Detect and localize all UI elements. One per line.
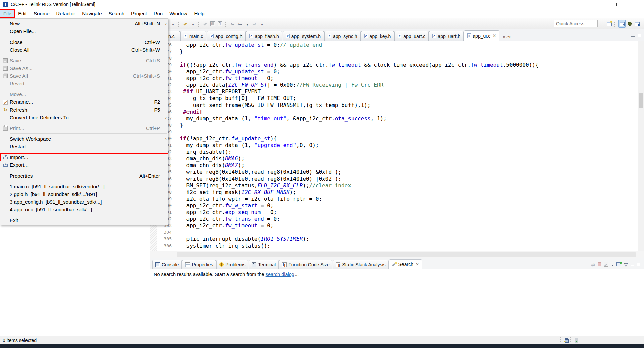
telink-perspective-button[interactable]: P xyxy=(634,20,640,27)
window-close-button[interactable] xyxy=(625,0,644,9)
minimize-view-icon xyxy=(631,36,635,37)
terminate-button[interactable] xyxy=(598,261,601,267)
menu-search[interactable]: Search xyxy=(105,10,128,17)
line-number: 304 xyxy=(157,229,172,236)
dropdown-arrow-button[interactable]: ▾ xyxy=(190,20,196,27)
run-search-button[interactable]: ⇄ xyxy=(591,261,595,267)
vertical-scrollbar-thumb[interactable] xyxy=(639,93,643,108)
menu-item-restart[interactable]: Restart xyxy=(0,143,168,150)
editor-tab-n-c[interactable]: n.c xyxy=(168,31,180,41)
menu-item-1-main-c-b91-ll-soundbar-sdk-vendor[interactable]: 1 main.c [b91_ll_soundbar_sdk/vendor/...… xyxy=(0,183,168,190)
menu-item-properties[interactable]: PropertiesAlt+Enter xyxy=(0,172,168,180)
editor-tab-app-sync-h[interactable]: capp_sync.h xyxy=(324,31,361,41)
menu-help[interactable]: Help xyxy=(191,10,208,17)
dropdown-arrow-button[interactable]: ▾ xyxy=(611,261,614,267)
status-bar: 0 items selected xyxy=(0,336,644,344)
dropdown-arrow-button[interactable]: ▾ xyxy=(244,20,251,27)
pin-view-button[interactable] xyxy=(616,261,621,267)
view-tab-properties[interactable]: Properties xyxy=(182,260,216,269)
bottom-view-toolbar: ⇄▾▽ xyxy=(591,261,640,267)
view-tab-close-icon[interactable]: ✕ xyxy=(416,262,419,267)
status-trim-icons xyxy=(559,337,578,343)
menu-run[interactable]: Run xyxy=(150,10,166,17)
menu-item-import[interactable]: Import... xyxy=(0,153,168,161)
maximize-editor-button[interactable] xyxy=(638,32,641,38)
horizontal-scrollbar[interactable] xyxy=(150,251,644,258)
code-editor[interactable]: 2762772782792802812822832842852862872882… xyxy=(150,41,644,251)
horizontal-scrollbar-thumb[interactable] xyxy=(177,252,636,257)
view-tab-terminal[interactable]: Terminal xyxy=(249,260,279,269)
show-source-button[interactable]: ▤ xyxy=(209,20,216,27)
show-whitespace-button[interactable]: ¶ xyxy=(217,20,223,27)
last-edit-location-button[interactable]: ⇦ xyxy=(229,20,236,27)
open-perspective-button[interactable] xyxy=(606,20,612,27)
menu-item-shortcut: Alt+Enter xyxy=(139,173,162,179)
menu-item-close[interactable]: CloseCtrl+W xyxy=(0,38,168,46)
tab-label: app_flash.h xyxy=(255,33,279,39)
title-bar: T C/C++ - Telink RDS Version [TelinkSemi… xyxy=(0,0,644,9)
menu-item-exit[interactable]: Exit xyxy=(0,216,168,224)
menu-item-label: Restart xyxy=(10,144,26,149)
view-menu-button[interactable]: ▽ xyxy=(624,261,628,267)
menu-project[interactable]: Project xyxy=(128,10,150,17)
back-button[interactable]: ⇦ xyxy=(236,20,243,27)
editor-tab-main-c[interactable]: cmain.c xyxy=(180,31,206,41)
highlight-pen-button[interactable] xyxy=(182,20,189,27)
menu-item-open-file[interactable]: Open File... xyxy=(0,27,168,35)
menu-item-3-app-config-h-b91-ll-soundbar-sdk[interactable]: 3 app_config.h [b91_ll_soundbar_sdk/...] xyxy=(0,198,168,206)
tab-overflow-indicator[interactable]: »39 xyxy=(502,31,510,41)
editor-tab-app-config-h[interactable]: capp_config.h xyxy=(207,31,246,41)
dropdown-arrow-button[interactable]: ▾ xyxy=(170,20,176,27)
edit-search-button[interactable] xyxy=(604,261,608,267)
dropdown-arrow-button[interactable]: ▾ xyxy=(259,20,265,27)
menu-window[interactable]: Window xyxy=(166,10,191,17)
view-tab-function-code-size[interactable]: Function Code Size xyxy=(279,260,332,269)
code-area[interactable]: app_i2c_ctr.fw_update_st = 0;// update e… xyxy=(173,42,637,251)
view-tab-search[interactable]: Search✕ xyxy=(389,259,422,269)
menu-item-4-app-ui-c-b91-ll-soundbar-sdk[interactable]: 4 app_ui.c [b91_ll_soundbar_sdk/...] xyxy=(0,206,168,213)
mark-occurrences-button[interactable] xyxy=(202,20,209,27)
debug-perspective-button[interactable] xyxy=(626,20,633,27)
forward-button[interactable]: ⇨ xyxy=(251,20,258,27)
minimize-editor-button[interactable] xyxy=(631,32,635,38)
menu-item-rename[interactable]: Rename...F2 xyxy=(0,98,168,106)
editor-tab-app-system-h[interactable]: capp_system.h xyxy=(283,31,324,41)
menu-item-close-all[interactable]: Close AllCtrl+Shift+W xyxy=(0,46,168,54)
quick-access-input[interactable] xyxy=(554,20,598,27)
editor-tab-app-uart-c[interactable]: capp_uart.c xyxy=(394,31,429,41)
window-minimize-button[interactable] xyxy=(586,0,605,9)
tab-label: app_uart.h xyxy=(438,33,460,39)
view-tab-console[interactable]: Console xyxy=(152,260,182,269)
editor-tab-app-uart-h[interactable]: capp_uart.h xyxy=(429,31,464,41)
menu-item-2-gpio-h-b91-ll-soundbar-sdk-b91[interactable]: 2 gpio.h [b91_ll_soundbar_sdk/.../B91] xyxy=(0,190,168,198)
menu-item-convert-line-delimiters-to[interactable]: Convert Line Delimiters To› xyxy=(0,114,168,121)
tab-close-icon[interactable]: ✕ xyxy=(493,33,496,38)
menu-refactor[interactable]: Refactor xyxy=(53,10,79,17)
search-dialog-link[interactable]: search dialog xyxy=(266,272,294,277)
menu-separator xyxy=(10,170,167,170)
vertical-scrollbar[interactable] xyxy=(638,41,644,251)
menu-navigate[interactable]: Navigate xyxy=(78,10,105,17)
submenu-arrow-icon: › xyxy=(162,115,167,120)
chevron-overflow-icon: » xyxy=(502,34,506,39)
menu-item-export[interactable]: Export... xyxy=(0,161,168,169)
menu-item-label: Exit xyxy=(10,217,18,223)
maximize-view-button[interactable] xyxy=(637,261,640,267)
editor-tab-app-flash-h[interactable]: capp_flash.h xyxy=(246,31,282,41)
menu-item-refresh[interactable]: ↻RefreshF5 xyxy=(0,106,168,114)
view-tab-problems[interactable]: !Problems xyxy=(216,260,248,269)
cpp-perspective-button[interactable]: C xyxy=(618,20,626,28)
editor-tab-app-ui-c[interactable]: capp_ui.c✕ xyxy=(464,30,499,41)
menu-edit[interactable]: Edit xyxy=(15,10,30,17)
menu-source[interactable]: Source xyxy=(30,10,53,17)
code-line: app_i2c_ctr.exp_seq_num = 0; xyxy=(173,209,637,216)
menu-file[interactable]: File xyxy=(0,10,15,17)
view-tab-static-stack-analysis[interactable]: Static Stack Analysis xyxy=(333,260,388,269)
code-line: i2c_ota_fifo_wptr = i2c_ota_fifo_rptr = … xyxy=(173,196,637,202)
editor-tab-app-key-h[interactable]: capp_key.h xyxy=(361,31,394,41)
code-line xyxy=(173,55,637,62)
minimize-view-button[interactable] xyxy=(631,261,634,267)
menu-item-switch-workspace[interactable]: Switch Workspace› xyxy=(0,135,168,143)
window-maximize-button[interactable] xyxy=(605,0,625,9)
menu-item-new[interactable]: NewAlt+Shift+N› xyxy=(0,20,168,27)
